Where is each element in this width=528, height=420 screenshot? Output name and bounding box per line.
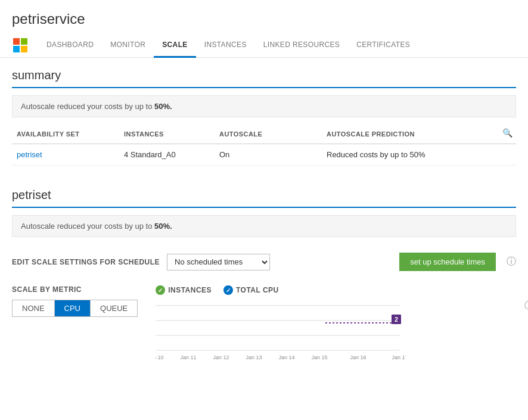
summary-banner: Autoscale reduced your costs by up to 50… xyxy=(12,95,516,117)
cpu-legend-dot: ✓ xyxy=(223,285,233,295)
col-autoscale: AUTOSCALE xyxy=(215,128,322,140)
table-header: AVAILABILITY SET INSTANCES AUTOSCALE AUT… xyxy=(12,125,516,144)
svg-rect-2 xyxy=(13,46,20,52)
cell-autoscale: On xyxy=(215,149,322,160)
scale-controls: EDIT SCALE SETTINGS FOR SCHEDULE No sche… xyxy=(0,244,528,279)
summary-section: summary Autoscale reduced your costs by … xyxy=(0,58,528,166)
col-autoscale-prediction: AUTOSCALE PREDICTION xyxy=(322,128,498,140)
svg-text:Jan 12: Jan 12 xyxy=(213,354,229,360)
cell-instances: 4 Standard_A0 xyxy=(119,149,215,160)
svg-rect-0 xyxy=(13,38,20,45)
legend-cpu: ✓ TOTAL CPU xyxy=(223,285,279,295)
summary-table: AVAILABILITY SET INSTANCES AUTOSCALE AUT… xyxy=(12,125,516,166)
col-availability-set: AVAILABILITY SET xyxy=(12,128,119,140)
svg-text:Jan 11: Jan 11 xyxy=(181,354,197,360)
petriset-section: petriset Autoscale reduced your costs by… xyxy=(0,178,528,377)
metric-section: SCALE BY METRIC NONE CPU QUEUE ✓ INSTANC… xyxy=(0,279,528,377)
svg-text:2: 2 xyxy=(395,316,398,323)
summary-title: summary xyxy=(0,58,528,87)
legend-instances: ✓ INSTANCES xyxy=(156,285,212,295)
nav-dashboard[interactable]: DASHBOARD xyxy=(38,33,102,58)
svg-text:Jan 16: Jan 16 xyxy=(350,354,367,360)
page-title: petriservice xyxy=(0,0,528,33)
metric-queue-button[interactable]: QUEUE xyxy=(91,300,137,316)
cell-prediction: Reduced costs by up to 50% xyxy=(322,149,516,160)
nav-certificates[interactable]: CERTIFICATES xyxy=(348,33,418,58)
svg-rect-1 xyxy=(21,38,27,45)
svg-text:Jan 15: Jan 15 xyxy=(312,354,328,360)
instances-legend-dot: ✓ xyxy=(156,285,165,295)
metric-cpu-button[interactable]: CPU xyxy=(55,300,91,316)
legend-cpu-label: TOTAL CPU xyxy=(236,286,279,294)
svg-text:Jan 17: Jan 17 xyxy=(392,354,406,360)
nav-linked-resources[interactable]: LINKED RESOURCES xyxy=(255,33,348,58)
petriset-divider xyxy=(12,207,516,208)
chart-area: ✓ INSTANCES ✓ TOTAL CPU xyxy=(156,285,516,365)
svg-rect-3 xyxy=(21,46,27,52)
table-row: petriset 4 Standard_A0 On Reduced costs … xyxy=(12,144,516,166)
schedule-select[interactable]: No scheduled times xyxy=(167,254,270,270)
table-search-icon[interactable]: 🔍 xyxy=(498,128,516,140)
app-logo xyxy=(12,37,29,54)
petriset-link[interactable]: petriset xyxy=(17,150,42,159)
legend-instances-label: INSTANCES xyxy=(168,286,212,294)
metric-row: SCALE BY METRIC NONE CPU QUEUE ✓ INSTANC… xyxy=(12,285,516,365)
nav-monitor[interactable]: MONITOR xyxy=(102,33,154,58)
petriset-title: petriset xyxy=(0,178,528,207)
chart-svg: 3 2 1 0 2 Jan 10 Jan 11 xyxy=(156,300,406,365)
petriset-banner: Autoscale reduced your costs by up to 50… xyxy=(12,215,516,237)
summary-divider xyxy=(12,87,516,88)
svg-text:Jan 10: Jan 10 xyxy=(156,354,164,360)
schedule-label: EDIT SCALE SETTINGS FOR SCHEDULE xyxy=(12,258,160,266)
nav-bar: DASHBOARD MONITOR SCALE INSTANCES LINKED… xyxy=(0,33,528,58)
col-instances: INSTANCES xyxy=(119,128,215,140)
svg-text:Jan 13: Jan 13 xyxy=(246,354,262,360)
schedule-help-icon[interactable]: ⓘ xyxy=(507,256,516,268)
nav-scale[interactable]: SCALE xyxy=(154,33,195,58)
scale-by-metric-label: SCALE BY METRIC xyxy=(12,285,82,294)
svg-text:Jan 14: Jan 14 xyxy=(279,354,295,360)
setup-schedule-button[interactable]: set up schedule times xyxy=(399,253,496,271)
cell-availability-set: petriset xyxy=(12,149,119,160)
chart-help-icon[interactable]: ⓘ xyxy=(524,300,528,312)
metric-button-group: NONE CPU QUEUE xyxy=(12,300,138,317)
chart-legend: ✓ INSTANCES ✓ TOTAL CPU xyxy=(156,285,516,295)
metric-none-button[interactable]: NONE xyxy=(13,300,55,316)
chart-wrapper: 3 2 1 0 2 Jan 10 Jan 11 xyxy=(156,300,516,365)
nav-instances[interactable]: INSTANCES xyxy=(196,33,255,58)
